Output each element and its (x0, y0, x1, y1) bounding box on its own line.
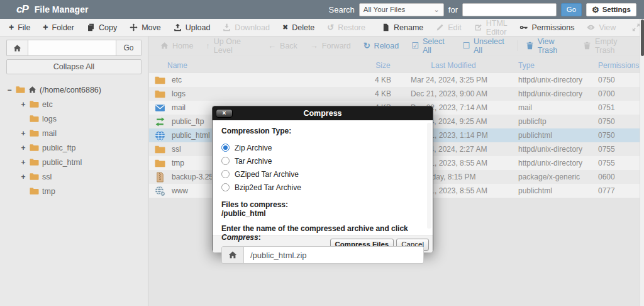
radio-option-label: GZiped Tar Archive (235, 170, 299, 179)
radio-option-bzip2ed-tar-archive[interactable]: Bzip2ed Tar Archive (221, 181, 424, 194)
archive-name-input[interactable] (244, 247, 423, 263)
expand-toggle-icon[interactable]: + (20, 100, 26, 109)
radio-icon[interactable] (221, 157, 230, 165)
tree-item-label: etc (42, 100, 53, 109)
toolbar-item-label: File (18, 23, 30, 32)
column-header-type[interactable]: Type (501, 61, 583, 70)
radio-icon[interactable] (221, 144, 230, 152)
file-type-cell: httpd/unix-directory (501, 145, 583, 154)
column-header-size[interactable]: Size (360, 61, 406, 70)
toolbar-item-label: Copy (99, 23, 117, 32)
search-go-button[interactable]: Go (561, 3, 582, 16)
folder-icon (155, 158, 165, 169)
search-label: Search (329, 5, 355, 14)
for-label: for (448, 5, 458, 14)
home-addon (222, 247, 244, 263)
file-name: logs (172, 89, 186, 98)
table-row-etc[interactable]: etc4 KBMar 24, 2024, 3:25 PMhttpd/unix-d… (149, 73, 644, 87)
file-perms-cell: 0700 (583, 89, 644, 98)
archive-name-label: Enter the name of the compressed archive… (221, 224, 424, 242)
radio-option-zip-archive[interactable]: Zip Archive (221, 141, 424, 154)
right-icon: → (310, 42, 318, 50)
expand-toggle-icon[interactable]: + (20, 173, 26, 181)
file-name: public_html (172, 131, 210, 140)
collapse-all-button[interactable]: Collapse All (6, 59, 142, 74)
nav-item-unselect-all[interactable]: ☐Unselect All (456, 37, 514, 55)
toolbar-item-file[interactable]: +File (3, 19, 36, 36)
column-header-permissions[interactable]: Permissions (583, 61, 644, 70)
toolbar-item-permissions[interactable]: Permissions (513, 19, 580, 36)
tree-path-input[interactable] (28, 40, 116, 56)
tree-item-etc[interactable]: +etc (6, 97, 142, 111)
nav-item-up-one-level: ↑Up One Level (199, 37, 262, 55)
nav-item-label: View Trash (538, 37, 570, 55)
house-icon (13, 44, 21, 52)
search-scope-value: All Your Files (364, 6, 405, 13)
navigation-toolbar: Home↑Up One Level←Back→Forward↻Reload☑Se… (149, 37, 644, 55)
tree-home-button[interactable] (6, 40, 28, 56)
toolbar-item-folder[interactable]: +Folder (36, 19, 80, 36)
toolbar-item-move[interactable]: Move (123, 19, 167, 36)
settings-button[interactable]: ⚙ Settings (586, 3, 636, 16)
nav-item-label: Reload (374, 42, 399, 50)
key-icon (519, 23, 528, 31)
directory-sidebar: Go Collapse All −(/home/cont6886)+etclog… (0, 37, 148, 306)
expand-toggle-icon[interactable]: + (20, 144, 26, 152)
toolbar-item-upload[interactable]: Upload (167, 19, 217, 36)
restore-icon: ↺ (327, 23, 334, 31)
edit-square-icon (474, 23, 482, 31)
toolbar-item-view: View (580, 19, 622, 36)
table-row-logs[interactable]: logs4 KBDec 21, 2023, 9:00 AMhttpd/unix-… (149, 87, 644, 101)
toolbar-item-delete[interactable]: ✖Delete (276, 19, 321, 36)
radio-option-tar-archive[interactable]: Tar Archive (221, 154, 424, 167)
nav-item-view-trash[interactable]: View Trash (519, 37, 577, 55)
toolbar-item-label: Move (142, 23, 161, 32)
nav-item-label: Unselect All (474, 37, 509, 55)
nav-item-select-all[interactable]: ☑Select All (405, 37, 456, 55)
page-title: File Manager (35, 4, 89, 14)
radio-icon[interactable] (221, 183, 230, 191)
tree-item-label: tmp (42, 187, 55, 196)
radio-icon[interactable] (221, 170, 230, 178)
expand-toggle-icon[interactable]: + (20, 158, 26, 167)
toolbar-item-rename[interactable]: Rename (375, 19, 430, 36)
folder-icon (30, 143, 39, 152)
file-size-cell: 4 KB (360, 89, 406, 98)
file-type-cell: httpd/unix-directory (501, 89, 583, 98)
tree-item-label: public_html (42, 158, 82, 167)
column-header-last-modified[interactable]: Last Modified (406, 61, 501, 70)
expand-toggle-icon[interactable]: + (20, 129, 26, 138)
settings-label: Settings (602, 6, 631, 13)
file-type-cell: httpd/unix-directory (501, 159, 583, 167)
toolbar-item-label: Restore (338, 23, 365, 32)
nav-item-back: ←Back (262, 42, 304, 50)
tree-item-label: logs (42, 115, 57, 123)
scrollbar-thumb[interactable] (641, 20, 644, 56)
tree-item-public-html[interactable]: +public_html (6, 155, 142, 169)
tree-item-logs[interactable]: logs (6, 111, 142, 126)
files-to-compress-label: Files to compress: (221, 200, 424, 209)
eye-icon (587, 23, 595, 31)
tree-root[interactable]: −(/home/cont6886) (6, 82, 142, 97)
search-input[interactable] (462, 3, 557, 16)
collapse-toggle-icon[interactable]: − (6, 86, 13, 94)
table-header: NameSizeLast ModifiedTypePermissions (149, 58, 644, 73)
nav-item-reload[interactable]: ↻Reload (357, 42, 406, 50)
nav-item-label: Home (172, 42, 193, 50)
tree-item-tmp[interactable]: tmp (6, 184, 142, 198)
tree-item-ssl[interactable]: +ssl (6, 169, 142, 184)
tree-go-button[interactable]: Go (116, 40, 142, 56)
tree-item-mail[interactable]: +mail (6, 126, 142, 140)
house-icon (160, 42, 169, 50)
tree-item-public-ftp[interactable]: +public_ftp (6, 140, 142, 155)
upload-icon (174, 23, 182, 31)
compress-dialog: × Compress Compression Type: Zip Archive… (212, 106, 433, 252)
radio-option-gziped-tar-archive[interactable]: GZiped Tar Archive (221, 167, 424, 181)
search-scope-select[interactable]: All Your Files ⌄ (359, 3, 444, 16)
close-icon[interactable]: × (216, 109, 233, 118)
toolbar-item-copy[interactable]: Copy (80, 19, 123, 36)
dialog-scrollbar[interactable] (427, 123, 431, 229)
file-name: mail (172, 103, 186, 112)
file-name: ssl (172, 145, 181, 154)
column-header-name[interactable]: Name (149, 61, 360, 70)
